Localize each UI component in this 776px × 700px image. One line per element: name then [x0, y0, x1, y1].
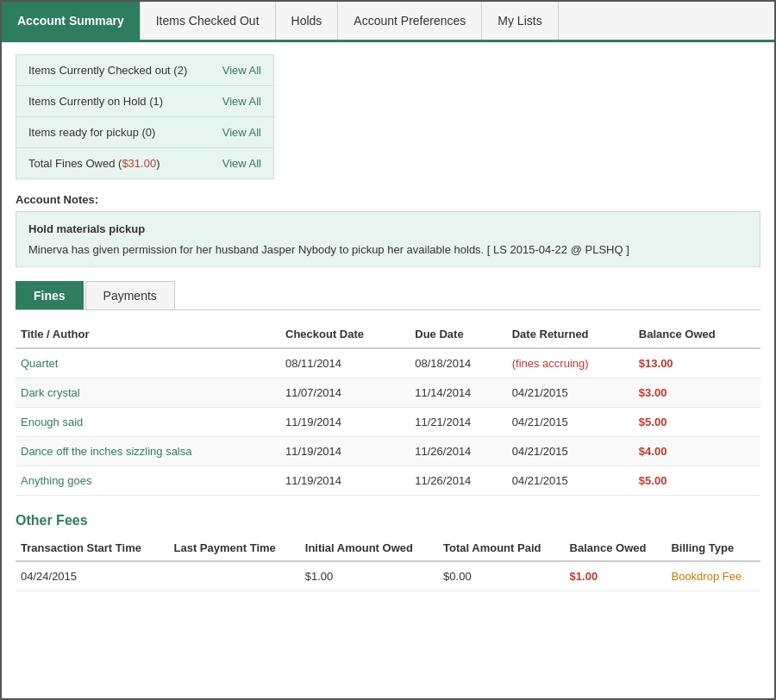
account-notes-label: Account Notes:: [16, 193, 760, 206]
main-content: Items Currently Checked out (2) View All…: [2, 42, 774, 603]
fines-table-row: Dark crystal11/07/201411/14/201404/21/20…: [16, 378, 760, 408]
fees-col-billing-type: Billing Type: [666, 535, 760, 561]
fines-row-returned: (fines accruing): [507, 348, 634, 378]
tab-account-summary[interactable]: Account Summary: [2, 2, 141, 40]
fines-row-title[interactable]: Enough said: [16, 408, 280, 437]
fees-table-header: Transaction Start Time Last Payment Time…: [16, 535, 760, 561]
fines-row-due: 11/14/2014: [410, 378, 506, 408]
fines-view-all[interactable]: View All: [222, 157, 261, 170]
fines-row-balance: $3.00: [634, 378, 760, 408]
fines-label-prefix: Total Fines Owed (: [28, 157, 122, 170]
tab-bar: Account Summary Items Checked Out Holds …: [2, 2, 774, 42]
fines-row-returned: 04/21/2015: [507, 378, 634, 408]
other-fees-title: Other Fees: [16, 513, 760, 528]
fines-row-title[interactable]: Dance off the inches sizzling salsa: [16, 437, 280, 466]
summary-row-checked-out: Items Currently Checked out (2) View All: [16, 55, 273, 86]
fines-row-title[interactable]: Quartet: [16, 348, 280, 378]
fines-row-returned: 04/21/2015: [507, 437, 634, 466]
fines-table-row: Dance off the inches sizzling salsa11/19…: [16, 437, 760, 466]
fees-col-transaction-start: Transaction Start Time: [16, 535, 169, 561]
fees-row-transaction-start: 04/24/2015: [16, 561, 169, 591]
fees-row-last-payment: [169, 561, 300, 591]
fines-row-balance: $5.00: [634, 466, 760, 496]
sub-tabs: Fines Payments: [16, 281, 760, 310]
fees-col-total-paid: Total Amount Paid: [438, 535, 565, 561]
summary-row-pickup: Items ready for pickup (0) View All: [16, 117, 273, 148]
tab-account-preferences[interactable]: Account Preferences: [338, 2, 482, 40]
pickup-label: Items ready for pickup (0): [28, 126, 155, 139]
fines-row-checkout: 08/11/2014: [280, 348, 410, 378]
notes-box: Hold materials pickup Minerva has given …: [16, 211, 760, 267]
fines-row-balance: $13.00: [634, 348, 760, 378]
fees-table: Transaction Start Time Last Payment Time…: [16, 535, 760, 591]
sub-tab-payments[interactable]: Payments: [85, 281, 175, 309]
pickup-view-all[interactable]: View All: [222, 126, 261, 139]
fines-row-due: 11/21/2014: [410, 408, 506, 437]
fines-row-due: 08/18/2014: [410, 348, 506, 378]
col-date-returned: Date Returned: [507, 321, 634, 348]
fines-table-row: Enough said11/19/201411/21/201404/21/201…: [16, 408, 760, 437]
fines-row-balance: $4.00: [634, 437, 760, 466]
fines-row-title[interactable]: Dark crystal: [16, 378, 280, 408]
tab-holds[interactable]: Holds: [276, 2, 339, 40]
fines-label-suffix: ): [156, 157, 160, 170]
checked-out-view-all[interactable]: View All: [222, 64, 261, 77]
col-title-author: Title / Author: [16, 321, 280, 348]
fines-row-returned: 04/21/2015: [507, 466, 634, 496]
sub-tab-fines[interactable]: Fines: [16, 281, 84, 309]
fines-table: Title / Author Checkout Date Due Date Da…: [16, 321, 760, 496]
summary-row-on-hold: Items Currently on Hold (1) View All: [16, 86, 273, 117]
on-hold-label: Items Currently on Hold (1): [28, 95, 163, 108]
fines-table-header: Title / Author Checkout Date Due Date Da…: [16, 321, 760, 348]
fines-row-checkout: 11/19/2014: [280, 437, 410, 466]
fees-col-last-payment: Last Payment Time: [169, 535, 300, 561]
fees-col-initial-amount: Initial Amount Owed: [300, 535, 438, 561]
fees-row-initial-amount: $1.00: [300, 561, 438, 591]
tab-items-checked-out[interactable]: Items Checked Out: [141, 2, 276, 40]
note-body: Minerva has given permission for her hus…: [28, 241, 748, 259]
summary-row-fines: Total Fines Owed ($31.00) View All: [16, 148, 273, 178]
fees-row-total-paid: $0.00: [438, 561, 565, 591]
fines-table-row: Quartet08/11/201408/18/2014(fines accrui…: [16, 348, 760, 378]
checked-out-label: Items Currently Checked out (2): [28, 64, 187, 77]
col-balance-owed: Balance Owed: [634, 321, 760, 348]
fines-row-returned: 04/21/2015: [507, 408, 634, 437]
fines-row-balance: $5.00: [634, 408, 760, 437]
fees-row-billing-type: Bookdrop Fee: [666, 561, 760, 591]
fines-label: Total Fines Owed ($31.00): [28, 157, 160, 170]
fines-row-checkout: 11/19/2014: [280, 466, 410, 496]
on-hold-view-all[interactable]: View All: [222, 95, 261, 108]
fines-table-row: Anything goes11/19/201411/26/201404/21/2…: [16, 466, 760, 496]
summary-grid: Items Currently Checked out (2) View All…: [16, 54, 274, 179]
fines-row-checkout: 11/19/2014: [280, 408, 410, 437]
fees-table-row: 04/24/2015$1.00$0.00$1.00Bookdrop Fee: [16, 561, 760, 591]
col-checkout-date: Checkout Date: [280, 321, 410, 348]
col-due-date: Due Date: [410, 321, 506, 348]
fines-row-title[interactable]: Anything goes: [16, 466, 280, 496]
fees-col-balance: Balance Owed: [565, 535, 666, 561]
fines-row-due: 11/26/2014: [410, 437, 506, 466]
fees-row-balance: $1.00: [565, 561, 666, 591]
fines-row-due: 11/26/2014: [410, 466, 506, 496]
fines-amount: $31.00: [122, 157, 156, 170]
note-title: Hold materials pickup: [28, 221, 748, 238]
fines-row-checkout: 11/07/2014: [280, 378, 410, 408]
tab-my-lists[interactable]: My Lists: [482, 2, 558, 40]
